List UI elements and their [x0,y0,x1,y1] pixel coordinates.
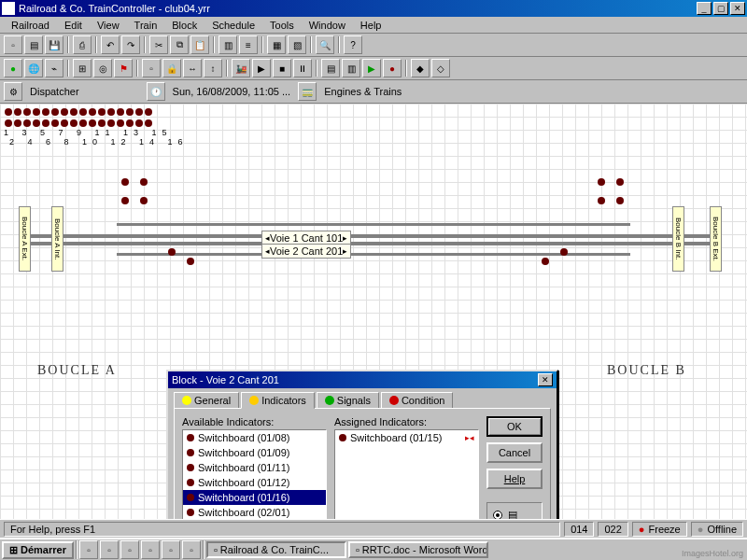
copy-icon[interactable]: ⧉ [170,35,189,54]
route2-icon[interactable]: ↕ [204,59,222,77]
switch-icon[interactable]: ⌁ [45,59,63,77]
block-voie2[interactable]: ◂ Voie 2 Cant 201 ▸ [261,244,351,259]
available-item[interactable]: Switchboard (01/08) [183,430,326,445]
available-item[interactable]: Switchboard (01/12) [183,475,326,490]
statusbar: For Help, press F1 014 022 ●Freeze ●Offl… [0,519,747,538]
pause-icon[interactable]: ⏸ [293,59,312,77]
menu-railroad[interactable]: Railroad [4,18,57,33]
sched2-icon[interactable]: ▥ [342,59,360,77]
block-boucle-a-ext[interactable]: Boucle A Ext. [19,206,31,272]
task-traincontroller[interactable]: ▫Railroad & Co. TrainC... [206,541,346,558]
toolbar-main: ▫ ▤ 💾 ⎙ ↶ ↷ ✂ ⧉ 📋 ▥ ≡ ▦ ▧ 🔍 ? [0,34,747,57]
menu-schedule[interactable]: Schedule [204,18,262,33]
block-boucle-a-int[interactable]: Boucle A Int. [51,206,63,272]
flag-red-icon[interactable]: ⚑ [114,59,133,77]
quick5-icon[interactable]: ▫ [162,540,180,559]
radio-detail[interactable] [493,511,502,520]
windows-icon: ⊞ [9,544,18,556]
clock-icon[interactable]: 🕐 [147,82,165,101]
play-icon[interactable]: ▶ [362,59,381,77]
titlebar: Railroad & Co. TrainController - club04.… [0,0,747,17]
train-icon[interactable]: 🚂 [232,59,250,77]
menu-view[interactable]: View [90,18,127,33]
quick2-icon[interactable]: ▫ [100,540,119,559]
status-help: For Help, press F1 [4,522,560,537]
tool1-icon[interactable]: ▦ [267,35,286,54]
quick4-icon[interactable]: ▫ [141,540,160,559]
menu-block[interactable]: Block [164,18,204,33]
dialog-titlebar[interactable]: Block - Voie 2 Cant 201 ✕ [168,371,557,388]
quick1-icon[interactable]: ▫ [79,540,98,559]
signal-icon[interactable]: ● [4,59,22,77]
dispatcher-label: Dispatcher [26,86,83,97]
rec-icon[interactable]: ● [383,59,402,77]
menu-window[interactable]: Window [302,18,353,33]
lock-icon[interactable]: 🔒 [162,59,181,77]
new-icon[interactable]: ▫ [4,35,22,54]
dialog-title: Block - Voie 2 Cant 201 [172,374,538,385]
stop-icon[interactable]: ■ [273,59,291,77]
available-item[interactable]: Switchboard (01/11) [183,460,326,475]
dispatcher-icon[interactable]: ⚙ [4,82,22,101]
misc2-icon[interactable]: ◇ [431,59,450,77]
tab-signals[interactable]: Signals [317,392,379,408]
open-icon[interactable]: ▤ [24,35,43,54]
engines-label: Engines & Trains [320,86,405,97]
maximize-button[interactable]: ▢ [713,2,728,15]
status-coord1: 014 [564,522,594,537]
engines-icon[interactable]: 🚃 [298,82,317,101]
available-item[interactable]: Switchboard (01/16) [183,490,326,505]
quick6-icon[interactable]: ▫ [182,540,201,559]
quick3-icon[interactable]: ▫ [120,540,139,559]
task-word[interactable]: ▫RRTC.doc - Microsoft Word [348,541,488,558]
help-button[interactable]: Help [486,469,543,489]
cancel-button[interactable]: Cancel [486,442,543,463]
close-button[interactable]: ✕ [730,2,745,15]
app-icon [2,2,15,15]
globe-icon[interactable]: 🌐 [24,59,43,77]
print-icon[interactable]: ⎙ [73,35,92,54]
block-boucle-b-ext[interactable]: Boucle B Ext. [710,206,722,272]
tab-general[interactable]: General [174,392,239,408]
taskbar: ⊞ Démarrer ▫ ▫ ▫ ▫ ▫ ▫ ▫Railroad & Co. T… [0,538,747,560]
target-icon[interactable]: ◎ [93,59,112,77]
start-button[interactable]: ⊞ Démarrer [2,541,74,559]
misc1-icon[interactable]: ◆ [411,59,430,77]
indicator-nums-even: 2 4 6 8 10 12 14 16 [9,137,189,147]
window-title: Railroad & Co. TrainController - club04.… [19,3,697,14]
cut-icon[interactable]: ✂ [149,35,168,54]
tab-indicators[interactable]: Indicators [241,392,315,409]
switchboard-canvas[interactable]: 1 3 5 7 9 11 13 15 2 4 6 8 10 12 14 16 B… [0,104,747,560]
tab-condition[interactable]: Condition [381,392,453,408]
ok-button[interactable]: OK [486,416,543,437]
undo-icon[interactable]: ↶ [101,35,120,54]
available-item[interactable]: Switchboard (02/01) [183,505,326,520]
menu-train[interactable]: Train [127,18,165,33]
doc-icon[interactable]: ▫ [142,59,161,77]
minimize-button[interactable]: _ [697,2,712,15]
indicator-matrix [4,107,153,130]
search-icon[interactable]: 🔍 [316,35,334,54]
redo-icon[interactable]: ↷ [121,35,140,54]
list-icon[interactable]: ▥ [218,35,237,54]
dialog-close-button[interactable]: ✕ [538,373,553,386]
paste-icon[interactable]: 📋 [190,35,209,54]
status-offline[interactable]: ●Offline [691,522,743,537]
status-freeze[interactable]: ●Freeze [632,522,687,537]
grid-icon[interactable]: ⊞ [73,59,92,77]
tool2-icon[interactable]: ▧ [288,35,306,54]
menu-tools[interactable]: Tools [262,18,302,33]
assigned-item[interactable]: Switchboard (01/15)▸◂ [335,430,478,445]
menu-edit[interactable]: Edit [57,18,90,33]
sched-icon[interactable]: ▤ [321,59,340,77]
available-item[interactable]: Switchboard (01/09) [183,445,326,460]
props-icon[interactable]: ≡ [239,35,258,54]
save-icon[interactable]: 💾 [45,35,63,54]
route1-icon[interactable]: ↔ [183,59,202,77]
go-icon[interactable]: ▶ [252,59,271,77]
menu-help[interactable]: Help [353,18,389,33]
dialog-tabs: General Indicators Signals Condition [168,388,557,408]
datetime-label: Sun, 16/08/2009, 11:05 ... [169,86,295,97]
help-icon[interactable]: ? [344,35,362,54]
block-boucle-b-int[interactable]: Boucle B Int. [672,206,684,272]
